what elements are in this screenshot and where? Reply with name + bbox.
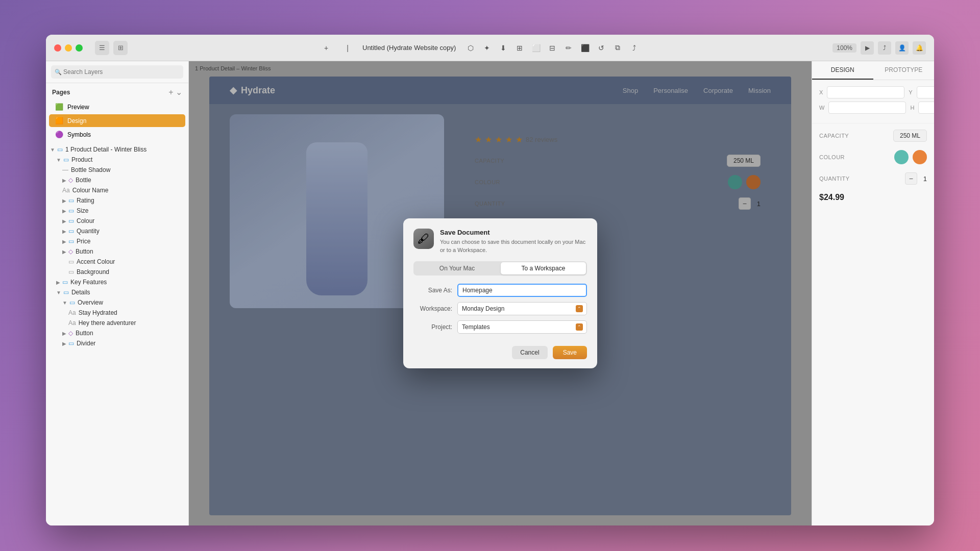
layer-rating[interactable]: ▶ ▭ Rating [46,195,188,206]
brush-tool[interactable]: ✏ [562,41,575,55]
layer-accent-colour[interactable]: ▭ Accent Colour [46,257,188,267]
toolbar-icons: ⬡ ✦ ⬇ ⊞ ⬜ ⊟ ✏ ⬛ ↺ ⧉ ⤴ [464,41,641,55]
layer-key-features[interactable]: ▶ ▭ Key Features [46,277,188,287]
layer-price[interactable]: ▶ ▭ Price [46,236,188,246]
expand-arrow: ▼ [62,300,67,306]
maximize-button[interactable] [76,44,83,52]
text-icon: Aa [62,187,70,194]
avatar-icon[interactable]: 👤 [895,41,909,55]
design-content: CAPACITY 250 ML COLOUR QUANTITY − [812,123,934,213]
layer-label: Accent Colour [77,258,115,265]
add-icon[interactable]: + [320,41,333,55]
layer-colour-name[interactable]: Aa Colour Name [46,185,188,195]
close-button[interactable] [54,44,61,52]
layer-label: Colour Name [72,187,109,194]
save-button[interactable]: Save [553,346,587,359]
align-tool[interactable]: ⊞ [513,41,526,55]
save-dialog: 🖋 Save Document You can choose to save t… [403,218,597,368]
dialog-title: Save Document [440,229,587,236]
boolean-tool[interactable]: ⊟ [546,41,559,55]
y-input[interactable] [917,86,934,98]
search-input[interactable] [51,65,183,79]
dialog-form: Save As: Workspace: Monday Design ⌃ [403,284,597,334]
design-capacity-value: 250 ML [893,130,927,142]
expand-arrow: ▼ [56,157,61,163]
save-as-input[interactable] [457,284,587,297]
pages-header: Pages + ⌄ [46,83,188,100]
design-swatch-orange[interactable] [913,150,927,164]
layer-label: Quantity [77,228,100,235]
expand-arrow: ▶ [62,239,66,244]
layer-product-detail[interactable]: ▼ ▭ 1 Product Detail - Winter Bliss [46,144,188,155]
page-item-preview[interactable]: 🟩 Preview [49,101,185,113]
share-button[interactable]: ⤴ [878,41,891,55]
layer-colour[interactable]: ▶ ▭ Colour [46,216,188,226]
insert-tool[interactable]: ⬇ [497,41,510,55]
dialog-title-block: Save Document You can choose to save thi… [440,229,587,254]
page-icon-design: 🟧 [55,117,63,124]
layer-bottle-shadow[interactable]: — Bottle Shadow [46,165,188,175]
layer-background[interactable]: ▭ Background [46,267,188,277]
rotate-tool[interactable]: ↺ [595,41,608,55]
page-item-symbols[interactable]: 🟣 Symbols [49,128,185,141]
zoom-level[interactable]: 100% [832,43,856,53]
shape-tool[interactable]: ⬡ [464,41,477,55]
tab-on-your-mac[interactable]: On Your Mac [414,262,500,274]
grid-icon[interactable]: ⊞ [113,41,128,55]
xy-row: X Y [819,86,927,98]
canvas-area: 1 Product Detail – Winter Bliss ◆ Hydrat… [189,61,812,525]
pen-tool[interactable]: ✦ [480,41,494,55]
expand-arrow: ▶ [62,208,66,214]
workspace-select[interactable]: Monday Design [457,302,587,315]
add-page-button[interactable]: + ⌄ [168,87,182,97]
text-icon: Aa [68,319,76,327]
page-item-design[interactable]: 🟧 Design [49,114,185,127]
layer-stay-hydrated[interactable]: Aa Stay Hydrated [46,308,188,318]
tab-to-workspace[interactable]: To a Workspace [501,262,586,274]
layer-bottle[interactable]: ▶ ◇ Bottle [46,175,188,185]
minimize-button[interactable] [65,44,72,52]
layer-label: Price [77,238,90,245]
transform-tool[interactable]: ⬛ [578,41,592,55]
project-label: Project: [413,323,452,331]
dialog-tabs: On Your Mac To a Workspace [413,261,587,276]
layer-label: Details [71,289,90,296]
expand-arrow: ▶ [62,331,66,336]
w-input[interactable] [828,102,906,114]
cancel-button[interactable]: Cancel [512,346,547,359]
document-title: Untitled (Hydrate Website copy) [362,44,456,52]
x-input[interactable] [827,86,904,98]
layer-label: 1 Product Detail - Winter Bliss [65,146,146,153]
dialog-description: You can choose to save this document loc… [440,238,587,254]
workspace-label: Workspace: [413,305,452,312]
layer-details[interactable]: ▼ ▭ Details [46,287,188,297]
preview-button[interactable]: ▶ [861,41,874,55]
design-qty-decrease[interactable]: − [905,172,917,185]
component-icon: ◇ [68,177,73,184]
copy-tool[interactable]: ⧉ [611,41,624,55]
design-quantity-row: QUANTITY − 1 [819,172,927,185]
search-icon: 🔍 [55,69,62,76]
layer-hey-there[interactable]: Aa Hey there adventurer [46,318,188,328]
design-price-symbol: $ [819,193,824,202]
layer-product[interactable]: ▼ ▭ Product [46,155,188,165]
layer-label: Stay Hydrated [79,309,117,316]
layer-quantity[interactable]: ▶ ▭ Quantity [46,226,188,236]
design-swatch-teal[interactable] [894,150,909,164]
notifications-icon[interactable]: 🔔 [913,41,926,55]
layer-button[interactable]: ▶ ◇ Button [46,246,188,257]
layer-section: ▼ ▭ 1 Product Detail - Winter Bliss ▼ ▭ … [46,141,188,525]
tab-design[interactable]: DESIGN [812,61,873,80]
layer-button-2[interactable]: ▶ ◇ Button [46,328,188,338]
layer-divider[interactable]: ▶ ▭ Divider [46,338,188,348]
panel-tabs: DESIGN PROTOTYPE [812,61,934,80]
layers-icon[interactable]: ☰ [95,41,109,55]
mask-tool[interactable]: ⬜ [529,41,543,55]
project-select[interactable]: Templates [457,320,587,334]
design-qty-value: 1 [923,175,927,183]
h-input[interactable] [918,102,934,114]
tab-prototype[interactable]: PROTOTYPE [873,61,935,80]
export-tool[interactable]: ⤴ [627,41,641,55]
layer-overview[interactable]: ▼ ▭ Overview [46,297,188,308]
layer-size[interactable]: ▶ ▭ Size [46,206,188,216]
